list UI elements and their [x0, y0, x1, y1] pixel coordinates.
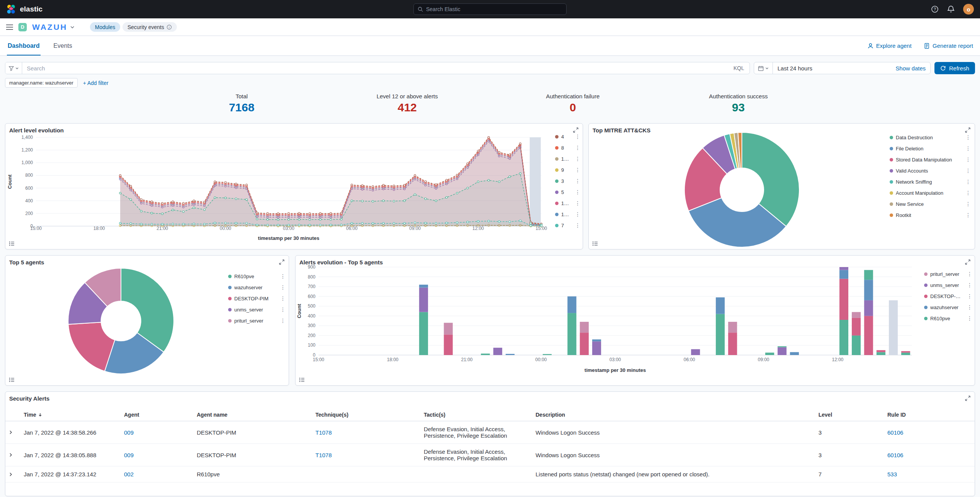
- legend-toggle-icon[interactable]: [9, 377, 15, 383]
- header-agent[interactable]: Agent: [121, 409, 194, 421]
- search-input[interactable]: [22, 65, 728, 72]
- bar-segment[interactable]: [852, 312, 861, 318]
- legend-item[interactable]: 9⋮: [555, 167, 580, 173]
- header-rule-id[interactable]: Rule ID: [884, 409, 975, 421]
- tab-events[interactable]: Events: [53, 36, 73, 55]
- legend-options-icon[interactable]: ⋮: [573, 156, 580, 162]
- add-filter-button[interactable]: + Add filter: [83, 80, 109, 86]
- global-search[interactable]: [413, 3, 567, 15]
- bar-segment[interactable]: [567, 297, 576, 313]
- legend-toggle-icon[interactable]: [9, 241, 15, 246]
- legend-item[interactable]: File Deletion⋮: [890, 145, 971, 152]
- table-row[interactable]: Jan 7, 2022 @ 14:38:58.266009DESKTOP-PIM…: [5, 421, 975, 444]
- legend-item[interactable]: priturl_server⋮: [228, 318, 286, 324]
- bar-segment[interactable]: [765, 353, 774, 355]
- bar-segment[interactable]: [852, 336, 861, 355]
- bar-segment[interactable]: [889, 300, 898, 355]
- bar-segment[interactable]: [877, 350, 885, 352]
- bar-segment[interactable]: [877, 352, 885, 355]
- kql-toggle[interactable]: KQL: [728, 65, 750, 71]
- breadcrumb-security-events[interactable]: Security events i: [122, 22, 177, 32]
- bar-segment[interactable]: [567, 313, 576, 355]
- bar-segment[interactable]: [506, 354, 514, 355]
- legend-item[interactable]: DESKTOP-PIM⋮: [228, 295, 286, 301]
- bar-segment[interactable]: [840, 270, 848, 279]
- stat-value[interactable]: 412: [325, 101, 490, 114]
- bar-segment[interactable]: [852, 318, 861, 336]
- legend-options-icon[interactable]: ⋮: [278, 295, 286, 301]
- bar-segment[interactable]: [691, 349, 700, 355]
- agent-link[interactable]: 009: [124, 452, 134, 458]
- legend-item[interactable]: R610pve⋮: [924, 315, 972, 321]
- legend-options-icon[interactable]: ⋮: [573, 222, 580, 228]
- legend-item[interactable]: unms_server⋮: [924, 282, 972, 288]
- bar-segment[interactable]: [864, 270, 873, 280]
- legend-options-icon[interactable]: ⋮: [965, 282, 972, 288]
- legend-item[interactable]: wazuhserver⋮: [228, 284, 286, 290]
- legend-options-icon[interactable]: ⋮: [963, 156, 971, 163]
- legend-item[interactable]: 1…⋮: [555, 200, 580, 206]
- filter-pill-manager-name[interactable]: manager.name: wazuhserver: [5, 78, 78, 88]
- legend-options-icon[interactable]: ⋮: [278, 306, 286, 313]
- bar-segment[interactable]: [840, 279, 848, 320]
- table-row[interactable]: Jan 7, 2022 @ 14:37:23.142002R610pveList…: [5, 466, 975, 482]
- legend-options-icon[interactable]: ⋮: [963, 134, 971, 140]
- top5-agents-donut-chart[interactable]: [5, 262, 235, 385]
- bar-segment[interactable]: [580, 332, 589, 355]
- legend-item[interactable]: 1…⋮: [555, 211, 580, 217]
- legend-item[interactable]: 7⋮: [555, 222, 580, 228]
- bar-segment[interactable]: [864, 280, 873, 300]
- legend-item[interactable]: R610pve⋮: [228, 273, 286, 279]
- rule-link[interactable]: 533: [887, 471, 897, 477]
- header-technique[interactable]: Technique(s): [312, 409, 421, 421]
- header-description[interactable]: Description: [532, 409, 815, 421]
- row-expand-icon[interactable]: [5, 444, 21, 466]
- elastic-brand[interactable]: elastic: [6, 4, 42, 14]
- bar-segment[interactable]: [728, 332, 737, 355]
- legend-options-icon[interactable]: ⋮: [573, 167, 580, 173]
- stat-value[interactable]: 7168: [159, 101, 325, 114]
- legend-item[interactable]: Network Sniffing⋮: [890, 179, 971, 185]
- bar-segment[interactable]: [592, 339, 601, 341]
- saved-query-menu-button[interactable]: [5, 62, 22, 74]
- legend-options-icon[interactable]: ⋮: [963, 212, 971, 218]
- header-level[interactable]: Level: [815, 409, 884, 421]
- legend-item[interactable]: Account Manipulation⋮: [890, 190, 971, 196]
- legend-options-icon[interactable]: ⋮: [965, 304, 972, 310]
- bar-segment[interactable]: [493, 348, 502, 355]
- bar-segment[interactable]: [419, 285, 428, 288]
- expand-panel-icon[interactable]: [279, 259, 285, 265]
- tab-dashboard[interactable]: Dashboard: [7, 36, 41, 55]
- rule-link[interactable]: 60106: [887, 452, 903, 458]
- legend-options-icon[interactable]: ⋮: [573, 178, 580, 184]
- legend-options-icon[interactable]: ⋮: [963, 201, 971, 207]
- show-dates-button[interactable]: Show dates: [891, 65, 930, 72]
- legend-item[interactable]: DESKTOP-…⋮: [924, 293, 972, 299]
- agent-link[interactable]: 002: [124, 471, 134, 477]
- legend-item[interactable]: 8⋮: [555, 145, 580, 151]
- legend-item[interactable]: Valid Accounts⋮: [890, 168, 971, 174]
- alert-level-evolution-chart[interactable]: 02004006008001,0001,2001,400timestamp pe…: [5, 133, 557, 248]
- bar-segment[interactable]: [543, 354, 552, 355]
- expand-panel-icon[interactable]: [965, 127, 971, 133]
- header-tactic[interactable]: Tactic(s): [421, 409, 532, 421]
- breadcrumb-modules[interactable]: Modules: [90, 22, 120, 32]
- bar-segment[interactable]: [901, 353, 910, 355]
- legend-toggle-icon[interactable]: [299, 377, 305, 383]
- bar-segment[interactable]: [777, 346, 786, 347]
- table-row[interactable]: Jan 7, 2022 @ 14:38:05.888009DESKTOP-PIM…: [5, 444, 975, 466]
- legend-options-icon[interactable]: ⋮: [573, 200, 580, 206]
- technique-link[interactable]: T1078: [315, 452, 332, 458]
- bar-segment[interactable]: [444, 323, 452, 335]
- legend-options-icon[interactable]: ⋮: [963, 179, 971, 185]
- bar-segment[interactable]: [419, 288, 428, 312]
- bar-segment[interactable]: [901, 351, 910, 353]
- menu-hamburger-icon[interactable]: [6, 24, 13, 30]
- legend-options-icon[interactable]: ⋮: [965, 293, 972, 299]
- time-range-value[interactable]: Last 24 hours: [773, 65, 891, 72]
- bar-segment[interactable]: [777, 347, 786, 355]
- bar-segment[interactable]: [864, 300, 873, 316]
- bar-segment[interactable]: [481, 354, 490, 355]
- bar-segment[interactable]: [790, 352, 799, 355]
- bar-segment[interactable]: [728, 322, 737, 332]
